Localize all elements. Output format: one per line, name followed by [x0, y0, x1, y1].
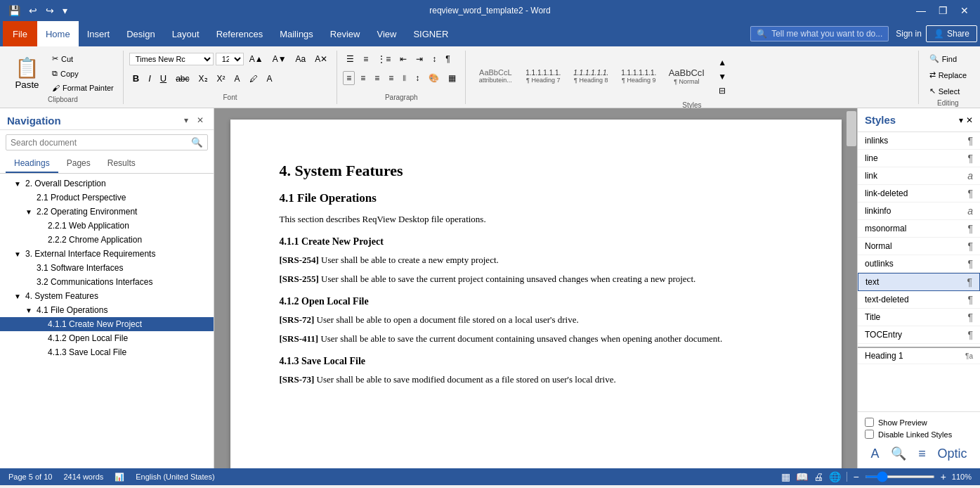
borders-btn[interactable]: ▦ [445, 71, 459, 85]
tab-results[interactable]: Results [99, 155, 144, 173]
tab-headings[interactable]: Headings [6, 155, 58, 173]
save-quick-btn[interactable]: 💾 [6, 4, 23, 18]
change-case-btn[interactable]: Aa [292, 52, 310, 66]
design-menu[interactable]: Design [118, 21, 163, 46]
view-mode-btn[interactable]: ▦ [781, 471, 790, 482]
subscript-button[interactable]: X₂ [195, 72, 211, 86]
align-right-btn[interactable]: ≡ [371, 71, 383, 85]
redo-quick-btn[interactable]: ↪ [43, 4, 57, 18]
styles-panel-close-btn[interactable]: ✕ [966, 115, 973, 125]
document-area[interactable]: 4. System Features 4.1 File Operations T… [214, 108, 857, 468]
navigation-search-box[interactable]: 🔍 [6, 134, 208, 150]
style-row-title[interactable]: Title ¶ [858, 309, 980, 326]
find-button[interactable]: 🔍 Find [925, 52, 962, 65]
style-row-text[interactable]: text ¶ [858, 273, 980, 291]
file-menu[interactable]: File [3, 21, 37, 46]
mailings-menu[interactable]: Mailings [271, 21, 322, 46]
copy-button[interactable]: ⧉ Copy [48, 67, 117, 80]
nav-collapse-btn[interactable]: ▾ [181, 114, 191, 127]
scroll-thumb[interactable] [847, 111, 856, 146]
references-menu[interactable]: References [208, 21, 271, 46]
font-size-select[interactable]: 12 [216, 53, 244, 65]
style-heading7[interactable]: 1.1.1.1.1.1. ¶ Heading 7 [519, 56, 567, 96]
style-heading8[interactable]: 1.1.1.1.1.1. ¶ Heading 8 [567, 56, 615, 96]
style-row-outlinks[interactable]: outlinks ¶ [858, 255, 980, 273]
select-button[interactable]: ↖ Select [925, 84, 965, 98]
tree-item-software[interactable]: 3.1 Software Interfaces [0, 261, 214, 275]
share-button[interactable]: 👤 Share [926, 25, 977, 42]
style-heading9[interactable]: 1.1.1.1.1.1. ¶ Heading 9 [615, 56, 662, 96]
style-row-linkinfo[interactable]: linkinfo a [858, 203, 980, 220]
print-layout-btn[interactable]: 🖨 [814, 471, 823, 482]
decrease-indent-btn[interactable]: ⇤ [396, 52, 410, 66]
tree-item-system[interactable]: ▼ 4. System Features [0, 289, 214, 303]
superscript-button[interactable]: X² [214, 72, 229, 86]
restore-btn[interactable]: ❒ [933, 4, 953, 18]
styles-more-btn[interactable]: ⊟ [714, 84, 730, 98]
replace-button[interactable]: ⇄ Replace [925, 68, 972, 82]
numbering-btn[interactable]: ≡ [360, 52, 372, 66]
search-input[interactable] [11, 138, 188, 148]
style-row-inlinks[interactable]: inlinks ¶ [858, 132, 980, 150]
customize-quick-btn[interactable]: ▾ [60, 4, 70, 18]
line-spacing-btn[interactable]: ↕ [412, 71, 423, 85]
inspect-style-btn[interactable]: 🔍 [887, 444, 910, 463]
font-color-btn[interactable]: A [231, 72, 244, 86]
font-family-select[interactable]: Times New Rc [129, 53, 214, 65]
shading-btn[interactable]: 🎨 [425, 71, 443, 85]
disable-linked-checkbox[interactable] [865, 430, 874, 439]
show-preview-check[interactable]: Show Preview [865, 418, 973, 427]
align-left-btn[interactable]: ≡ [343, 71, 355, 85]
show-preview-checkbox[interactable] [865, 418, 874, 427]
strikethrough-button[interactable]: abc [172, 72, 192, 86]
style-attributein[interactable]: AaBbCcL attributein... [471, 56, 519, 96]
tree-item-overall[interactable]: ▼ 2. Overall Description [0, 176, 214, 191]
style-row-msonormal[interactable]: msonormal ¶ [858, 220, 980, 238]
undo-quick-btn[interactable]: ↩ [26, 4, 40, 18]
tree-item-create[interactable]: 4.1.1 Create New Project [0, 317, 214, 331]
layout-menu[interactable]: Layout [164, 21, 208, 46]
view-menu[interactable]: View [368, 21, 405, 46]
show-marks-btn[interactable]: ¶ [442, 52, 453, 66]
disable-linked-check[interactable]: Disable Linked Styles [865, 430, 973, 439]
signin-button[interactable]: Sign in [896, 29, 922, 39]
style-row-link[interactable]: link a [858, 167, 980, 185]
close-btn[interactable]: ✕ [955, 4, 974, 18]
web-layout-btn[interactable]: 🌐 [829, 471, 841, 482]
style-row-tocentry[interactable]: TOCEntry ¶ [858, 326, 980, 344]
manage-styles-btn[interactable]: ≡ [914, 444, 930, 463]
styles-panel-collapse-btn[interactable]: ▾ [959, 115, 963, 125]
zoom-slider[interactable] [865, 475, 935, 478]
tree-item-open[interactable]: 4.1.2 Open Local File [0, 331, 214, 345]
zoom-in-btn[interactable]: + [941, 471, 946, 482]
style-normal[interactable]: AaBbCcI ¶ Normal [662, 56, 710, 96]
style-row-text-deleted[interactable]: text-deleted ¶ [858, 291, 980, 309]
italic-button[interactable]: I [145, 71, 155, 86]
justify-btn[interactable]: ≡ [385, 71, 397, 85]
columns-btn[interactable]: ⫴ [399, 71, 410, 85]
style-row-normal[interactable]: Normal ¶ [858, 238, 980, 255]
nav-close-btn[interactable]: ✕ [194, 114, 207, 127]
highlight-btn[interactable]: 🖊 [246, 72, 261, 86]
read-mode-btn[interactable]: 📖 [796, 471, 808, 482]
style-row-line[interactable]: line ¶ [858, 150, 980, 167]
tree-item-product[interactable]: 2.1 Product Perspective [0, 191, 214, 205]
text-effects-btn[interactable]: A [263, 72, 276, 86]
minimize-btn[interactable]: — [910, 4, 932, 18]
align-center-btn[interactable]: ≡ [357, 71, 369, 85]
sort-btn[interactable]: ↕ [429, 52, 440, 66]
tab-pages[interactable]: Pages [58, 155, 99, 173]
insert-menu[interactable]: Insert [79, 21, 119, 46]
increase-indent-btn[interactable]: ⇥ [412, 52, 426, 66]
tree-item-web[interactable]: 2.2.1 Web Application [0, 219, 214, 233]
style-row-link-deleted[interactable]: link-deleted ¶ [858, 185, 980, 203]
tree-item-save[interactable]: 4.1.3 Save Local File [0, 345, 214, 359]
bullets-btn[interactable]: ☰ [343, 52, 358, 66]
cut-button[interactable]: ✂ Cut [48, 52, 117, 65]
style-row-heading1[interactable]: Heading 1 ¶a [858, 347, 980, 364]
styles-options-btn[interactable]: Optic [934, 444, 972, 463]
tree-item-chrome[interactable]: 2.2.2 Chrome Application [0, 233, 214, 247]
styles-down-btn[interactable]: ▼ [714, 70, 730, 84]
home-menu[interactable]: Home [37, 21, 79, 46]
tree-item-fileops[interactable]: ▼ 4.1 File Operations [0, 303, 214, 317]
